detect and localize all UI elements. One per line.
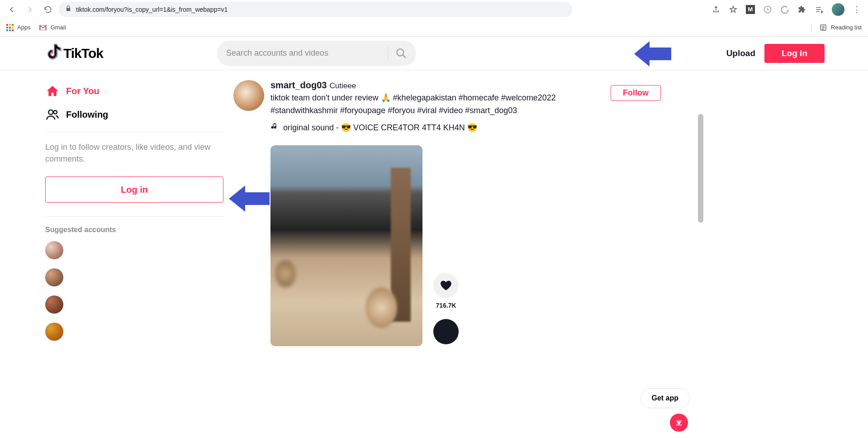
- main-content: For You Following Log in to follow creat…: [0, 70, 868, 346]
- comment-button[interactable]: [433, 319, 459, 344]
- post-user-line: smart_dog03 Cutieee: [270, 80, 564, 90]
- nav-following[interactable]: Following: [45, 103, 161, 126]
- post-sound-text: original sound - 😎 VOICE CRE4TOR 4TT4 KH…: [283, 123, 477, 133]
- extension-g-icon[interactable]: [763, 5, 772, 14]
- scrollbar-thumb[interactable]: [698, 114, 703, 223]
- toolbar-icons: M ⋮: [711, 3, 863, 16]
- suggested-account[interactable]: [45, 323, 63, 341]
- nav-following-label: Following: [66, 110, 108, 120]
- url-text: tiktok.com/foryou?is_copy_url=1&is_from_…: [76, 6, 228, 13]
- post-header: smart_dog03 Cutieee tiktok team don't un…: [233, 80, 564, 133]
- scrollbar[interactable]: [698, 72, 704, 434]
- search-button[interactable]: [390, 42, 413, 65]
- search-divider: [388, 46, 388, 61]
- tiktok-logo-text: TikTok: [63, 46, 103, 61]
- forward-button[interactable]: [23, 2, 37, 17]
- annotation-arrow-login-sidebar: [229, 186, 270, 212]
- divider: [45, 132, 223, 132]
- gmail-label: Gmail: [51, 24, 66, 31]
- nav-for-you-label: For You: [66, 86, 100, 96]
- tiktok-header: TikTok Upload Log in: [0, 37, 868, 70]
- sidebar: For You Following Log in to follow creat…: [0, 70, 161, 346]
- post-info: smart_dog03 Cutieee tiktok team don't un…: [270, 80, 564, 133]
- gmail-shortcut[interactable]: Gmail: [39, 24, 66, 31]
- reading-list[interactable]: Reading list: [811, 24, 862, 32]
- music-note-icon: [270, 122, 279, 133]
- post-caption: tiktok team don't under review 🙏 #kheleg…: [270, 91, 564, 117]
- suggested-account[interactable]: [45, 241, 63, 259]
- apps-label: Apps: [17, 24, 31, 31]
- svg-point-4: [54, 110, 57, 114]
- people-icon: [45, 108, 60, 121]
- extension-m-icon[interactable]: M: [746, 5, 755, 14]
- svg-point-2: [397, 49, 403, 56]
- like-button[interactable]: [433, 273, 459, 298]
- follow-button[interactable]: Follow: [611, 85, 661, 101]
- suggested-accounts-list: [45, 241, 161, 341]
- apps-icon: [6, 24, 14, 31]
- back-button[interactable]: [5, 2, 19, 17]
- reading-list-icon: [819, 24, 827, 32]
- playlist-icon[interactable]: [815, 5, 824, 14]
- post-username[interactable]: smart_dog03: [270, 80, 327, 90]
- search-input[interactable]: [226, 48, 386, 58]
- tiktok-note-icon: [47, 43, 62, 63]
- bookmarks-bar: Apps Gmail Reading list: [0, 19, 868, 37]
- heart-icon: [440, 279, 452, 292]
- login-button-header[interactable]: Log in: [764, 44, 825, 63]
- tiktok-logo[interactable]: TikTok: [47, 43, 103, 63]
- gmail-icon: [39, 24, 47, 31]
- extensions-icon[interactable]: [797, 5, 806, 14]
- extension-c-icon[interactable]: [780, 5, 789, 14]
- apps-shortcut[interactable]: Apps: [6, 24, 31, 31]
- address-bar[interactable]: tiktok.com/foryou?is_copy_url=1&is_from_…: [59, 2, 572, 17]
- reload-button[interactable]: [41, 2, 55, 17]
- reading-list-label: Reading list: [831, 24, 862, 31]
- video-area: 716.7K: [270, 145, 564, 346]
- video-player[interactable]: [270, 145, 422, 346]
- nav-for-you[interactable]: For You: [45, 79, 161, 103]
- chrome-menu-icon[interactable]: ⋮: [853, 5, 861, 14]
- svg-point-3: [48, 110, 53, 114]
- profile-avatar[interactable]: [832, 3, 844, 16]
- post-nickname: Cutieee: [330, 81, 356, 90]
- post-sound[interactable]: original sound - 😎 VOICE CRE4TOR 4TT4 KH…: [270, 122, 564, 133]
- post-author-avatar[interactable]: [233, 80, 264, 111]
- suggested-account[interactable]: [45, 268, 63, 286]
- header-right: Upload Log in: [726, 44, 825, 63]
- login-prompt-text: Log in to follow creators, like videos, …: [45, 141, 223, 165]
- login-button-sidebar[interactable]: Log in: [45, 176, 223, 203]
- chevron-up-icon: [675, 419, 683, 427]
- suggested-accounts-title: Suggested accounts: [45, 226, 161, 234]
- like-count: 716.7K: [436, 302, 456, 309]
- scroll-to-top-button[interactable]: [670, 414, 688, 432]
- home-icon: [45, 84, 60, 98]
- suggested-account[interactable]: [45, 295, 63, 314]
- divider: [45, 216, 223, 217]
- get-app-button[interactable]: Get app: [640, 388, 690, 408]
- feed: smart_dog03 Cutieee tiktok team don't un…: [233, 70, 564, 346]
- annotation-arrow-login-header: [634, 41, 671, 67]
- video-actions: 716.7K: [433, 273, 459, 346]
- star-icon[interactable]: [729, 5, 738, 14]
- share-icon[interactable]: [711, 5, 721, 14]
- search-icon: [395, 48, 407, 59]
- lock-icon: [65, 5, 71, 13]
- upload-link[interactable]: Upload: [726, 48, 755, 58]
- browser-toolbar: tiktok.com/foryou?is_copy_url=1&is_from_…: [0, 0, 868, 19]
- search-box: [217, 41, 416, 66]
